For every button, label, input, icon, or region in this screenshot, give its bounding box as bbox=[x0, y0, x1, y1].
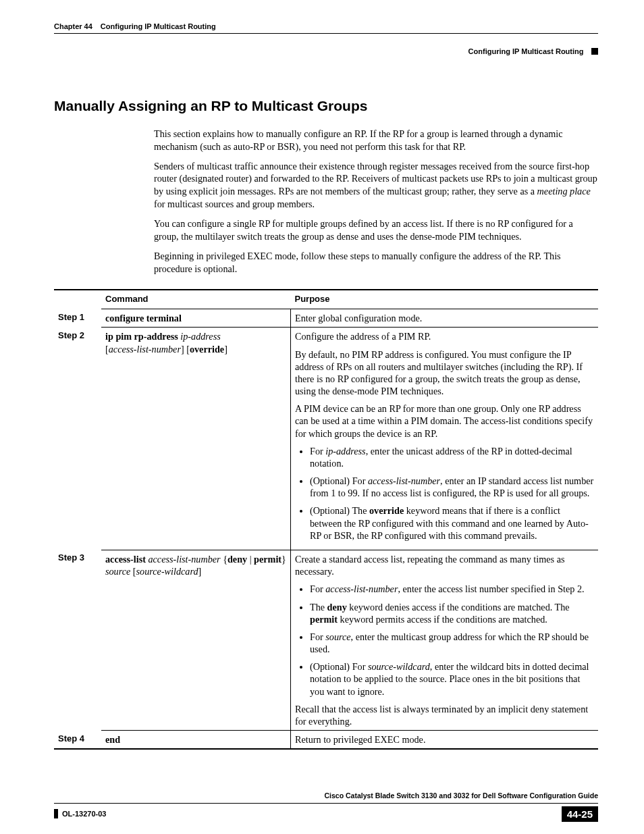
footer-page-number: 44-25 bbox=[562, 806, 598, 822]
list-item: (Optional) For access-list-number, enter… bbox=[310, 475, 594, 499]
section-title: Manually Assigning an RP to Multicast Gr… bbox=[54, 97, 598, 115]
command-cell: configure terminal bbox=[101, 309, 291, 328]
subheader-text: Configuring IP Multicast Routing bbox=[468, 47, 584, 55]
table-row: Step 2 ip pim rp-address ip-address [acc… bbox=[54, 328, 598, 550]
table-row: Step 3 access-list access-list-number {d… bbox=[54, 550, 598, 730]
paragraph: Beginning in privileged EXEC mode, follo… bbox=[154, 250, 598, 276]
paragraph: You can configure a single RP for multip… bbox=[154, 217, 598, 243]
step-label: Step 1 bbox=[54, 309, 101, 328]
table-header-purpose: Purpose bbox=[291, 290, 599, 309]
table-row: Step 1 configure terminal Enter global c… bbox=[54, 309, 598, 328]
purpose-cell: Enter global configuration mode. bbox=[291, 309, 599, 328]
header-title: Configuring IP Multicast Routing bbox=[101, 22, 216, 31]
footer-doc-title: Cisco Catalyst Blade Switch 3130 and 303… bbox=[54, 791, 598, 803]
header-end-mark-icon bbox=[591, 48, 598, 55]
step-label: Step 2 bbox=[54, 328, 101, 550]
page-header: Chapter 44 Configuring IP Multicast Rout… bbox=[54, 22, 598, 34]
step-label: Step 3 bbox=[54, 550, 101, 730]
table-header-command: Command bbox=[101, 290, 291, 309]
purpose-cell: Return to privileged EXEC mode. bbox=[291, 731, 599, 750]
paragraph: Senders of multicast traffic announce th… bbox=[154, 160, 598, 211]
command-table: Command Purpose Step 1 configure termina… bbox=[54, 289, 598, 750]
header-chapter: Chapter 44 bbox=[54, 22, 92, 31]
page-subheader: Configuring IP Multicast Routing bbox=[54, 45, 598, 57]
list-item: For ip-address, enter the unicast addres… bbox=[310, 445, 594, 469]
list-item: For access-list-number, enter the access… bbox=[310, 583, 594, 595]
purpose-cell: Create a standard access list, repeating… bbox=[291, 550, 599, 730]
paragraph: This section explains how to manually co… bbox=[154, 128, 598, 153]
page-footer: Cisco Catalyst Blade Switch 3130 and 303… bbox=[54, 791, 598, 822]
command-cell: end bbox=[101, 731, 291, 750]
list-item: For source, enter the multicast group ad… bbox=[310, 631, 594, 655]
list-item: (Optional) The override keyword means th… bbox=[310, 504, 594, 542]
command-cell: access-list access-list-number {deny | p… bbox=[101, 550, 291, 730]
footer-doc-id: OL-13270-03 bbox=[54, 809, 106, 818]
list-item: (Optional) For source-wildcard, enter th… bbox=[310, 660, 594, 698]
step-label: Step 4 bbox=[54, 731, 101, 750]
table-row: Step 4 end Return to privileged EXEC mod… bbox=[54, 731, 598, 750]
list-item: The deny keyword denies access if the co… bbox=[310, 601, 594, 625]
purpose-cell: Configure the address of a PIM RP. By de… bbox=[291, 328, 599, 550]
command-cell: ip pim rp-address ip-address [access-lis… bbox=[101, 328, 291, 550]
body-text: This section explains how to manually co… bbox=[154, 128, 598, 276]
